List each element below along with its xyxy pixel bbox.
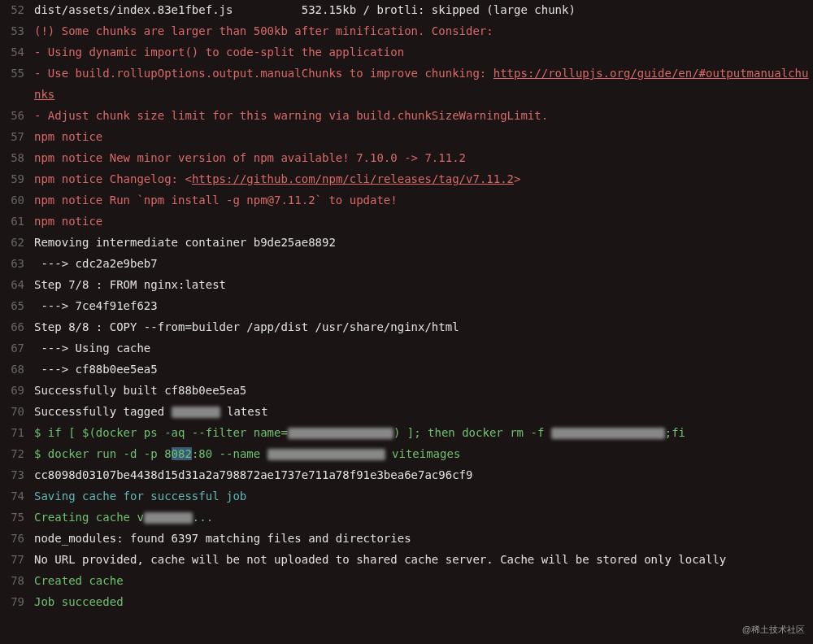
log-text: (!) Some chunks are larger than 500kb af… bbox=[34, 24, 493, 37]
log-text: Saving cache for successful job bbox=[34, 490, 246, 503]
line-number: 60 bbox=[0, 190, 34, 211]
line-content: npm notice Run `npm install -g npm@7.11.… bbox=[34, 190, 813, 211]
log-text: npm notice bbox=[34, 130, 102, 143]
log-text: ... bbox=[193, 511, 213, 524]
log-line: 61npm notice bbox=[0, 211, 813, 233]
log-line: 52dist/assets/index.83e1fbef.js 532.15kb… bbox=[0, 0, 813, 21]
line-content: Step 8/8 : COPY --from=builder /app/dist… bbox=[34, 317, 813, 338]
log-line: 58npm notice New minor version of npm av… bbox=[0, 148, 813, 169]
line-content: npm notice bbox=[34, 211, 813, 233]
line-content: ---> cf88b0ee5ea5 bbox=[34, 359, 813, 381]
line-number: 72 bbox=[0, 444, 34, 465]
line-content: Step 7/8 : FROM nginx:latest bbox=[34, 275, 813, 296]
log-line: 76node_modules: found 6397 matching file… bbox=[0, 529, 813, 550]
line-content: node_modules: found 6397 matching files … bbox=[34, 529, 813, 550]
log-text: - Adjust chunk size limit for this warni… bbox=[34, 109, 548, 122]
line-number: 70 bbox=[0, 402, 34, 423]
log-line: 70Successfully tagged . latest bbox=[0, 402, 813, 423]
log-line: 77No URL provided, cache will be not upl… bbox=[0, 550, 813, 571]
log-text: Creating cache v bbox=[34, 511, 144, 524]
log-text: :80 --name bbox=[192, 447, 267, 460]
line-content: No URL provided, cache will be not uploa… bbox=[34, 550, 813, 571]
line-content: npm notice bbox=[34, 127, 813, 148]
line-content: Created cache bbox=[34, 571, 813, 592]
log-line: 67 ---> Using cache bbox=[0, 338, 813, 359]
log-text: Created cache bbox=[34, 574, 124, 587]
log-line: 62Removing intermediate container b9de25… bbox=[0, 233, 813, 254]
line-number: 67 bbox=[0, 338, 34, 359]
line-content: npm notice Changelog: <https://github.co… bbox=[34, 169, 813, 190]
line-number: 69 bbox=[0, 381, 34, 402]
log-line: 66Step 8/8 : COPY --from=builder /app/di… bbox=[0, 317, 813, 338]
log-line: 64Step 7/8 : FROM nginx:latest bbox=[0, 275, 813, 296]
line-content: Job succeeded bbox=[34, 592, 813, 613]
log-text: $ docker run -d -p 8 bbox=[34, 447, 172, 460]
log-line: 78Created cache bbox=[0, 571, 813, 592]
log-line: 69Successfully built cf88b0ee5ea5 bbox=[0, 381, 813, 402]
line-content: ---> Using cache bbox=[34, 338, 813, 359]
log-text: latest bbox=[220, 405, 268, 418]
line-number: 65 bbox=[0, 296, 34, 317]
log-line: 71$ if [ $(docker ps -aq --filter name=.… bbox=[0, 423, 813, 444]
redacted-text: . bbox=[551, 428, 665, 439]
watermark: @稀土技术社区 bbox=[742, 621, 805, 637]
redacted-text: . bbox=[144, 512, 193, 524]
redacted-text: . bbox=[288, 428, 393, 439]
log-text: ---> Using cache bbox=[34, 342, 150, 355]
log-text: No URL provided, cache will be not uploa… bbox=[34, 553, 726, 566]
log-line: 54- Using dynamic import() to code-split… bbox=[0, 42, 813, 63]
log-text: ;fi bbox=[665, 426, 685, 439]
line-number: 76 bbox=[0, 529, 34, 550]
line-content: cc8098d03107be4438d15d31a2a798872ae1737e… bbox=[34, 465, 813, 486]
line-number: 61 bbox=[0, 211, 34, 233]
log-text: cc8098d03107be4438d15d31a2a798872ae1737e… bbox=[34, 468, 472, 481]
log-text: $ if [ $(docker ps -aq --filter name= bbox=[34, 426, 288, 439]
line-number: 74 bbox=[0, 486, 34, 507]
line-number: 56 bbox=[0, 106, 34, 127]
terminal-log[interactable]: 52dist/assets/index.83e1fbef.js 532.15kb… bbox=[0, 0, 813, 613]
line-number: 59 bbox=[0, 169, 34, 190]
line-number: 52 bbox=[0, 0, 34, 21]
log-text: 082 bbox=[172, 447, 192, 460]
line-number: 73 bbox=[0, 465, 34, 486]
log-text: Removing intermediate container b9de25ae… bbox=[34, 236, 336, 249]
log-line: 74Saving cache for successful job bbox=[0, 486, 813, 507]
log-line: 59npm notice Changelog: <https://github.… bbox=[0, 169, 813, 190]
log-text: npm notice New minor version of npm avai… bbox=[34, 151, 466, 164]
log-text: Successfully built cf88b0ee5ea5 bbox=[34, 384, 246, 397]
line-content: (!) Some chunks are larger than 500kb af… bbox=[34, 21, 813, 42]
line-number: 68 bbox=[0, 359, 34, 381]
log-line: 55- Use build.rollupOptions.output.manua… bbox=[0, 63, 813, 106]
line-number: 53 bbox=[0, 21, 34, 42]
log-line: 63 ---> cdc2a2e9beb7 bbox=[0, 254, 813, 275]
log-text: node_modules: found 6397 matching files … bbox=[34, 532, 411, 545]
line-content: - Using dynamic import() to code-split t… bbox=[34, 42, 813, 63]
line-number: 62 bbox=[0, 233, 34, 254]
line-number: 78 bbox=[0, 571, 34, 592]
redacted-text: . bbox=[172, 407, 220, 418]
log-text: - Using dynamic import() to code-split t… bbox=[34, 46, 404, 59]
log-text: npm notice Changelog: < bbox=[34, 172, 192, 185]
log-text: - Use build.rollupOptions.output.manualC… bbox=[34, 67, 493, 80]
log-line: 75Creating cache v.... bbox=[0, 507, 813, 529]
line-content: dist/assets/index.83e1fbef.js 532.15kb /… bbox=[34, 0, 813, 21]
line-content: ---> cdc2a2e9beb7 bbox=[34, 254, 813, 275]
log-text: dist/assets/index.83e1fbef.js 532.15kb /… bbox=[34, 3, 576, 16]
line-content: Saving cache for successful job bbox=[34, 486, 813, 507]
log-line: 72$ docker run -d -p 8082:80 --name . vi… bbox=[0, 444, 813, 465]
line-number: 71 bbox=[0, 423, 34, 444]
line-content: $ docker run -d -p 8082:80 --name . vite… bbox=[34, 444, 813, 465]
log-link[interactable]: https://github.com/npm/cli/releases/tag/… bbox=[192, 172, 514, 185]
log-line: 73cc8098d03107be4438d15d31a2a798872ae173… bbox=[0, 465, 813, 486]
log-text: viteimages bbox=[385, 447, 461, 460]
line-content: $ if [ $(docker ps -aq --filter name=.) … bbox=[34, 423, 813, 444]
line-number: 77 bbox=[0, 550, 34, 571]
log-text: Successfully tagged bbox=[34, 405, 172, 418]
log-text: Job succeeded bbox=[34, 595, 124, 608]
log-text: ---> 7ce4f91ef623 bbox=[34, 299, 158, 312]
log-line: 56- Adjust chunk size limit for this war… bbox=[0, 106, 813, 127]
log-text: ---> cf88b0ee5ea5 bbox=[34, 363, 158, 376]
line-content: - Adjust chunk size limit for this warni… bbox=[34, 106, 813, 127]
log-text: ) ]; then docker rm -f bbox=[393, 426, 551, 439]
line-number: 55 bbox=[0, 63, 34, 85]
